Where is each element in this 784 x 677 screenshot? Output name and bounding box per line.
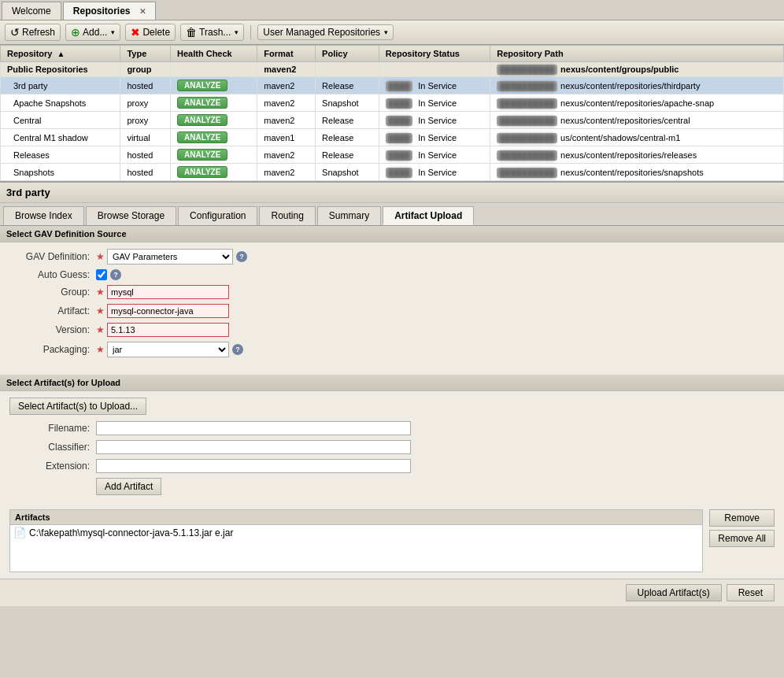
gav-section-header: Select GAV Definition Source	[0, 226, 784, 242]
tab-summary[interactable]: Summary	[317, 206, 381, 225]
refresh-button[interactable]: ↺ Refresh	[5, 24, 61, 41]
artifact-upload-content: Select GAV Definition Source GAV Definit…	[0, 226, 784, 606]
artifact-row: Artifact: ★	[9, 304, 775, 318]
auto-guess-row: Auto Guess: ?	[9, 269, 775, 280]
select-artifacts-button[interactable]: Select Artifact(s) to Upload...	[9, 398, 146, 415]
tab-welcome[interactable]: Welcome	[2, 2, 61, 20]
table-row[interactable]: ReleaseshostedANALYZEmaven2Release████ I…	[1, 146, 784, 164]
user-managed-button[interactable]: User Managed Repositories ▾	[257, 24, 394, 40]
extension-input[interactable]	[96, 459, 411, 473]
extension-label: Extension:	[9, 461, 96, 472]
select-artifacts-btn-label: Select Artifact(s) to Upload...	[18, 401, 138, 412]
upload-btn-label: Upload Artifact(s)	[638, 587, 710, 598]
table-row[interactable]: 3rd partyhostedANALYZEmaven2Release████ …	[1, 77, 784, 94]
gav-form: GAV Definition: ★ GAV Parameters From PO…	[0, 242, 784, 368]
required-star-group: ★	[96, 287, 105, 298]
add-icon: ⊕	[71, 26, 80, 39]
col-format[interactable]: Format	[257, 46, 316, 62]
packaging-select[interactable]: jar war pom ear	[107, 342, 229, 357]
version-input[interactable]	[107, 323, 229, 337]
tab-configuration[interactable]: Configuration	[178, 206, 257, 225]
group-label-text: Group:	[61, 287, 90, 298]
col-path[interactable]: Repository Path	[490, 46, 784, 62]
trash-icon: 🗑	[186, 26, 197, 39]
filename-label-text: Filename:	[48, 423, 90, 434]
remove-button[interactable]: Remove	[709, 509, 775, 527]
packaging-label: Packaging:	[9, 344, 96, 355]
analyze-button[interactable]: ANALYZE	[177, 166, 227, 178]
close-tab-icon[interactable]: ✕	[139, 7, 146, 16]
col-policy[interactable]: Policy	[316, 46, 379, 62]
inner-tab-bar: Browse Index Browse Storage Configuratio…	[0, 203, 784, 226]
analyze-button[interactable]: ANALYZE	[177, 80, 227, 91]
refresh-icon: ↺	[10, 26, 20, 39]
tab-routing-label: Routing	[271, 210, 303, 221]
col-repository[interactable]: Repository ▲	[1, 46, 120, 62]
auto-guess-help-icon[interactable]: ?	[110, 269, 121, 280]
add-artifact-button[interactable]: Add Artifact	[96, 478, 161, 495]
repository-panel: 3rd party Browse Index Browse Storage Co…	[0, 181, 784, 606]
top-tab-bar: Welcome Repositories ✕	[0, 0, 784, 20]
toolbar: ↺ Refresh ⊕ Add... ▾ ✖ Delete 🗑 Trash...…	[0, 20, 784, 45]
table-row[interactable]: SnapshotshostedANALYZEmaven2Snapshot████…	[1, 164, 784, 181]
tab-browse-index[interactable]: Browse Index	[3, 206, 84, 225]
required-star-packaging: ★	[96, 344, 105, 355]
analyze-button[interactable]: ANALYZE	[177, 97, 227, 109]
remove-all-button[interactable]: Remove All	[709, 530, 775, 547]
packaging-row: Packaging: ★ jar war pom ear ?	[9, 342, 775, 357]
auto-guess-label: Auto Guess:	[9, 269, 96, 280]
artifacts-table-area: Artifacts 📄 C:\fakepath\mysql-connector-…	[0, 506, 784, 579]
tab-repositories-label: Repositories	[73, 6, 131, 17]
gav-definition-label-text: GAV Definition:	[26, 251, 90, 262]
delete-icon: ✖	[131, 26, 140, 39]
upload-artifacts-button[interactable]: Upload Artifact(s)	[626, 584, 722, 601]
col-status[interactable]: Repository Status	[379, 46, 490, 62]
gav-definition-select[interactable]: GAV Parameters From POM Auto Detect	[107, 249, 233, 265]
refresh-label: Refresh	[22, 27, 55, 38]
tab-browse-index-label: Browse Index	[15, 210, 72, 221]
tab-configuration-label: Configuration	[190, 210, 246, 221]
gav-definition-help-icon[interactable]: ?	[236, 251, 247, 262]
col-type[interactable]: Type	[120, 46, 171, 62]
remove-btn-label: Remove	[724, 512, 760, 523]
classifier-input[interactable]	[96, 440, 411, 454]
gav-definition-label: GAV Definition:	[9, 251, 96, 262]
user-managed-label: User Managed Repositories	[263, 27, 380, 38]
artifact-input[interactable]	[107, 304, 229, 318]
filename-label: Filename:	[9, 423, 96, 434]
add-artifact-btn-label: Add Artifact	[105, 481, 153, 492]
add-button[interactable]: ⊕ Add... ▾	[65, 24, 120, 41]
table-row[interactable]: Apache SnapshotsproxyANALYZEmaven2Snapsh…	[1, 94, 784, 112]
repository-table: Repository ▲ Type Health Check Format Po…	[0, 45, 784, 181]
required-star-artifact: ★	[96, 305, 105, 316]
packaging-help-icon[interactable]: ?	[232, 344, 243, 355]
tab-routing[interactable]: Routing	[259, 206, 315, 225]
auto-guess-checkbox[interactable]	[96, 269, 107, 280]
table-row[interactable]: CentralproxyANALYZEmaven2Release████ In …	[1, 112, 784, 129]
analyze-button[interactable]: ANALYZE	[177, 114, 227, 126]
artifact-action-buttons: Remove Remove All	[709, 509, 775, 547]
group-input[interactable]	[107, 285, 229, 299]
trash-button[interactable]: 🗑 Trash... ▾	[180, 24, 244, 41]
artifacts-panel-title: Artifacts	[10, 510, 702, 525]
tab-welcome-label: Welcome	[12, 6, 51, 17]
table-row[interactable]: Central M1 shadowvirtualANALYZEmaven1Rel…	[1, 129, 784, 146]
extension-label-text: Extension:	[46, 461, 90, 472]
col-health-check[interactable]: Health Check	[171, 46, 257, 62]
tab-artifact-upload[interactable]: Artifact Upload	[383, 206, 474, 225]
add-dropdown-arrow: ▾	[111, 28, 115, 36]
filename-input[interactable]	[96, 421, 411, 435]
reset-button[interactable]: Reset	[727, 584, 775, 601]
trash-label: Trash...	[199, 27, 231, 38]
filename-row: Filename:	[9, 421, 775, 435]
table-row[interactable]: Public Repositoriesgroupmaven2██████████…	[1, 62, 784, 77]
delete-button[interactable]: ✖ Delete	[125, 24, 176, 41]
artifact-row: 📄 C:\fakepath\mysql-connector-java-5.1.1…	[10, 525, 702, 540]
gav-definition-row: GAV Definition: ★ GAV Parameters From PO…	[9, 249, 775, 265]
select-artifacts-header: Select Artifact(s) for Upload	[0, 375, 784, 391]
tab-browse-storage[interactable]: Browse Storage	[86, 206, 176, 225]
tab-repositories[interactable]: Repositories ✕	[63, 2, 156, 20]
artifact-upload-form: Select Artifact(s) to Upload... Filename…	[0, 391, 784, 506]
analyze-button[interactable]: ANALYZE	[177, 149, 227, 161]
analyze-button[interactable]: ANALYZE	[177, 131, 227, 143]
